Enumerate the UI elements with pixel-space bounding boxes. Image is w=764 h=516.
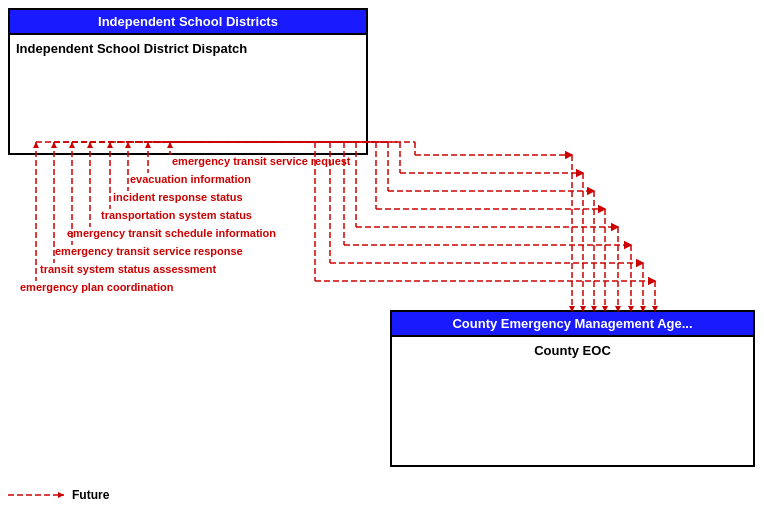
legend-future-label: Future: [72, 488, 109, 502]
diagram-container: Independent School Districts Independent…: [0, 0, 764, 516]
flow-label-8: emergency plan coordination: [20, 281, 173, 293]
flow-label-7: transit system status assessment: [40, 263, 216, 275]
isd-body: Independent School District Dispatch: [8, 35, 368, 155]
flow-label-6: emergency transit service response: [55, 245, 243, 257]
county-body: County EOC: [390, 337, 755, 467]
flow-label-4: transportation system status: [101, 209, 252, 221]
legend-future: Future: [8, 488, 109, 502]
isd-header: Independent School Districts: [8, 8, 368, 35]
county-box: County Emergency Management Age... Count…: [390, 310, 755, 467]
flow-label-5: emergency transit schedule information: [67, 227, 276, 239]
legend: Future: [8, 488, 109, 502]
flow-label-3: incident response status: [113, 191, 243, 203]
flow-label-2: evacuation information: [130, 173, 251, 185]
flow-label-1: emergency transit service request: [172, 155, 351, 167]
isd-body-title: Independent School District Dispatch: [16, 41, 247, 56]
county-header: County Emergency Management Age...: [390, 310, 755, 337]
county-body-title: County EOC: [534, 343, 611, 358]
isd-box: Independent School Districts Independent…: [8, 8, 368, 155]
svg-marker-60: [58, 492, 64, 498]
legend-future-line-icon: [8, 489, 68, 501]
